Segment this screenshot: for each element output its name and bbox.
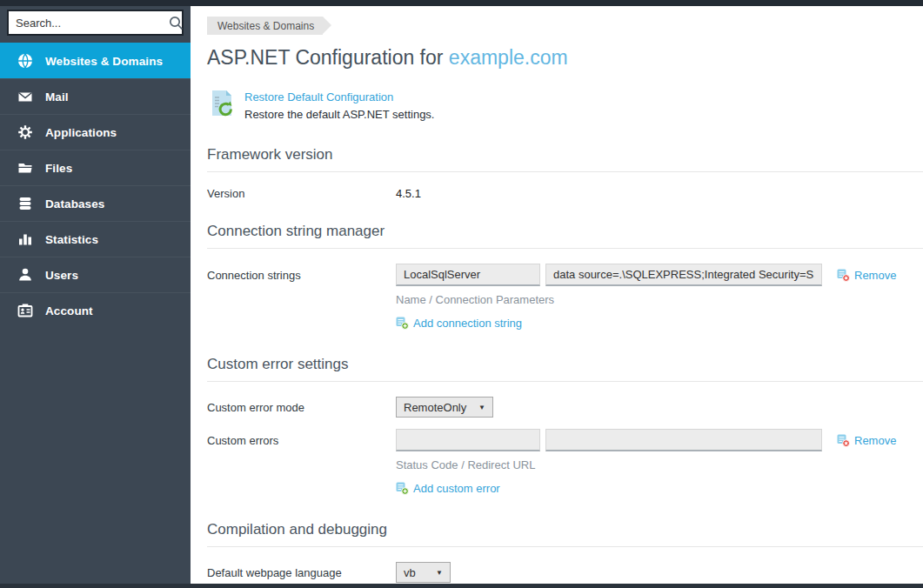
sidebar-item-users[interactable]: Users bbox=[0, 257, 191, 292]
version-value: 4.5.1 bbox=[396, 187, 421, 200]
caret-down-icon: ▼ bbox=[436, 569, 443, 577]
user-icon bbox=[17, 267, 33, 283]
restore-default-link[interactable]: Restore Default Configuration bbox=[244, 90, 393, 104]
sidebar-item-label: Mail bbox=[45, 90, 69, 104]
gear-icon bbox=[17, 124, 33, 140]
restore-description: Restore the default ASP.NET settings. bbox=[244, 106, 434, 124]
connection-params-input[interactable] bbox=[545, 264, 822, 286]
search-box[interactable] bbox=[7, 10, 184, 36]
sidebar-item-label: Account bbox=[45, 304, 93, 317]
page-title: ASP.NET Configuration for example.com bbox=[207, 46, 923, 70]
add-custom-error-row: Add custom error bbox=[396, 482, 923, 498]
connection-strings-row: Connection strings Remove bbox=[207, 264, 923, 286]
add-custom-error-label: Add custom error bbox=[413, 482, 500, 495]
section-compilation: Compilation and debugging bbox=[207, 521, 923, 547]
database-icon bbox=[17, 196, 33, 211]
page-title-text: ASP.NET Configuration for bbox=[207, 46, 449, 69]
remove-label: Remove bbox=[854, 434, 896, 447]
sidebar-search bbox=[0, 6, 191, 43]
sidebar-item-files[interactable]: Files bbox=[0, 150, 191, 185]
add-connection-row: Add connection string bbox=[396, 317, 923, 333]
plesk-window: Websites & Domains Mail Applications Fil… bbox=[0, 0, 923, 588]
webpage-language-label: Default webpage language bbox=[207, 566, 396, 579]
sidebar-item-label: Users bbox=[45, 269, 78, 282]
sidebar-item-account[interactable]: Account bbox=[0, 292, 191, 328]
custom-error-mode-label: Custom error mode bbox=[207, 401, 396, 414]
id-badge-icon bbox=[17, 303, 33, 318]
restore-default-block: Restore Default Configuration Restore th… bbox=[207, 89, 923, 124]
sidebar: Websites & Domains Mail Applications Fil… bbox=[0, 6, 191, 588]
webpage-language-value: vb bbox=[404, 566, 416, 579]
connection-name-input[interactable] bbox=[396, 264, 540, 286]
search-icon[interactable] bbox=[169, 16, 184, 30]
sidebar-item-label: Databases bbox=[45, 197, 104, 210]
search-input[interactable] bbox=[16, 17, 169, 30]
add-connection-string-link[interactable]: Add connection string bbox=[396, 317, 522, 330]
sidebar-item-label: Statistics bbox=[45, 233, 98, 246]
connection-helper-text: Name / Connection Parameters bbox=[396, 293, 923, 306]
custom-error-mode-select[interactable]: RemoteOnly ▼ bbox=[396, 397, 493, 418]
sidebar-item-label: Websites & Domains bbox=[45, 55, 163, 68]
mail-icon bbox=[17, 89, 33, 104]
bar-chart-icon bbox=[17, 231, 33, 247]
add-connection-label: Add connection string bbox=[413, 317, 522, 330]
version-row: Version 4.5.1 bbox=[207, 187, 923, 200]
custom-error-mode-value: RemoteOnly bbox=[404, 401, 466, 414]
sidebar-item-applications[interactable]: Applications bbox=[0, 114, 191, 150]
add-icon bbox=[396, 317, 409, 330]
version-label: Version bbox=[207, 187, 396, 200]
sidebar-item-websites-domains[interactable]: Websites & Domains bbox=[0, 43, 191, 78]
custom-errors-row: Custom errors Remove bbox=[207, 429, 923, 451]
sidebar-item-databases[interactable]: Databases bbox=[0, 185, 191, 221]
custom-error-mode-row: Custom error mode RemoteOnly ▼ bbox=[207, 397, 923, 418]
sidebar-item-label: Files bbox=[45, 162, 72, 175]
globe-icon bbox=[17, 53, 33, 69]
section-framework-version: Framework version bbox=[207, 146, 923, 172]
add-icon bbox=[396, 482, 409, 495]
connection-strings-label: Connection strings bbox=[207, 269, 396, 282]
add-custom-error-link[interactable]: Add custom error bbox=[396, 482, 500, 495]
remove-icon bbox=[837, 434, 850, 447]
sidebar-item-label: Applications bbox=[45, 126, 117, 139]
restore-config-icon bbox=[207, 89, 236, 117]
custom-error-redirect-input[interactable] bbox=[545, 429, 822, 451]
sidebar-item-mail[interactable]: Mail bbox=[0, 78, 191, 114]
custom-error-status-input[interactable] bbox=[396, 429, 540, 451]
remove-custom-error-link[interactable]: Remove bbox=[837, 434, 896, 447]
breadcrumb-label: Websites & Domains bbox=[217, 20, 314, 32]
remove-connection-string-link[interactable]: Remove bbox=[837, 269, 896, 282]
top-chrome-strip bbox=[0, 0, 923, 6]
bottom-chrome-strip bbox=[0, 584, 923, 588]
remove-label: Remove bbox=[854, 269, 896, 282]
section-connection-strings: Connection string manager bbox=[207, 223, 923, 249]
remove-icon bbox=[837, 269, 850, 282]
webpage-language-row: Default webpage language vb ▼ bbox=[207, 562, 923, 583]
domain-link[interactable]: example.com bbox=[449, 46, 568, 69]
section-custom-errors: Custom error settings bbox=[207, 356, 923, 382]
breadcrumb[interactable]: Websites & Domains bbox=[207, 17, 323, 35]
main-content: Websites & Domains ASP.NET Configuration… bbox=[191, 6, 923, 584]
custom-errors-helper-text: Status Code / Redirect URL bbox=[396, 458, 923, 471]
restore-texts: Restore Default Configuration Restore th… bbox=[244, 89, 434, 124]
caret-down-icon: ▼ bbox=[478, 404, 485, 411]
custom-errors-label: Custom errors bbox=[207, 434, 396, 447]
folder-icon bbox=[17, 160, 33, 176]
webpage-language-select[interactable]: vb ▼ bbox=[396, 562, 451, 583]
sidebar-item-statistics[interactable]: Statistics bbox=[0, 221, 191, 257]
